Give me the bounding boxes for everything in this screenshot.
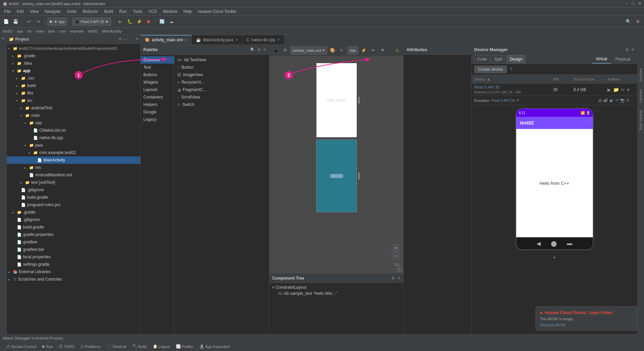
build-variants-label[interactable]: Build Variants <box>639 110 643 130</box>
palette-cat-containers[interactable]: Containers <box>141 93 174 101</box>
emu-settings-btn[interactable]: ⚙ <box>626 98 629 103</box>
tab-close-activity[interactable]: ✕ <box>185 38 187 42</box>
tree-item-com-example[interactable]: ▾ 📁 com.example.test02 <box>7 149 140 156</box>
new-file-btn[interactable]: 📄 <box>2 18 10 26</box>
dm-help-icon[interactable]: ? <box>510 67 512 72</box>
nav-home-btn[interactable]: ⬤ <box>551 240 557 247</box>
problems-btn[interactable]: ⚠ Problems <box>78 344 103 349</box>
save-btn[interactable]: 💾 <box>12 18 20 26</box>
canvas-pen-btn[interactable]: ✏ <box>369 46 377 54</box>
tree-item-cmake[interactable]: ▸ 📄 CMakeLists.txt <box>7 127 140 134</box>
emulator-close-icon[interactable]: ✕ <box>516 98 519 103</box>
palette-cat-helpers[interactable]: Helpers <box>141 101 174 108</box>
tree-item-scratches[interactable]: ▸ 🗒 Scratches and Consoles <box>7 276 140 283</box>
palette-cat-google[interactable]: Google <box>141 108 174 116</box>
emu-power-btn[interactable]: ⏻ <box>598 98 602 103</box>
menu-view[interactable]: View <box>27 8 41 15</box>
tree-item-gradlew-bat[interactable]: ▸ 📄 gradlew.bat <box>7 246 140 253</box>
tree-item-java[interactable]: ▾ 📁 java <box>7 141 140 149</box>
palette-cat-layouts[interactable]: Layouts <box>141 86 174 93</box>
nav-recents-btn[interactable]: ▬ <box>567 240 572 246</box>
canvas-magnet-btn[interactable]: ⚡ <box>360 46 368 54</box>
palette-close-icon[interactable]: ✕ <box>263 47 266 52</box>
ct-textview[interactable]: Ab Ab sample_text "Hello Wor..." <box>272 290 401 297</box>
folder-device-btn[interactable]: 📁 <box>613 87 619 92</box>
app-dropdown[interactable]: ▶ ▼ app <box>47 18 67 26</box>
redo-btn[interactable]: ↪ <box>34 18 42 26</box>
canvas-phone-btn[interactable]: 📱 <box>271 46 280 54</box>
breadcrumb-item-2[interactable]: src <box>27 29 32 33</box>
toast-link[interactable]: Set your AK/SK <box>540 323 633 327</box>
maximize-btn[interactable]: □ <box>632 1 634 6</box>
huawei-btn[interactable]: ☁ <box>167 18 176 26</box>
canvas-warn-btn[interactable]: ⚠ <box>393 46 401 54</box>
emu-screenshot-btn[interactable]: 📷 <box>620 98 625 103</box>
nav-back-btn[interactable]: ◀ <box>537 240 541 247</box>
dm-virtual-tab[interactable]: Virtual <box>592 55 611 64</box>
build-btn-bottom[interactable]: 🔨 Build <box>130 344 149 349</box>
breadcrumb-item-4[interactable]: java <box>48 29 55 33</box>
breadcrumb-item-7[interactable]: test02 <box>88 29 98 33</box>
edit-device-btn[interactable]: ✏ <box>621 87 625 92</box>
emu-vol-down-btn[interactable]: 🔉 <box>609 98 614 103</box>
menu-code[interactable]: Code <box>64 8 79 15</box>
breadcrumb-item-5[interactable]: com <box>59 29 66 33</box>
run-btn-bottom[interactable]: ▶ Run <box>40 344 56 349</box>
menu-window[interactable]: Window <box>160 8 180 15</box>
tree-item-gradlew[interactable]: ▸ 📄 gradlew <box>7 238 140 246</box>
palette-item-button[interactable]: □ Button <box>175 64 269 71</box>
structure-label[interactable]: Structure <box>639 68 643 82</box>
sync-btn[interactable]: 🔄 <box>158 18 166 26</box>
profiler-btn[interactable]: 📈 Profiler <box>173 344 196 349</box>
tree-item-cpp[interactable]: ▾ 📁 cpp <box>7 119 140 127</box>
emu-add-btn[interactable]: + <box>552 254 556 261</box>
settings-btn[interactable]: ⚙ <box>634 18 642 26</box>
menu-vcs[interactable]: VCS <box>146 8 160 15</box>
tab-close-cpp[interactable]: ✕ <box>277 38 280 42</box>
tree-item-local-properties[interactable]: ▸ 📄 local.properties <box>7 253 140 261</box>
ct-settings-icon[interactable]: ⚙ <box>391 276 395 281</box>
ct-constraint-layout[interactable]: ▾ ConstraintLayout <box>272 284 401 290</box>
tree-item-build-gradle-app[interactable]: ▸ 📄 build.gradle <box>7 194 140 201</box>
tree-item-gradle-properties[interactable]: ▸ 📄 gradle.properties <box>7 231 140 238</box>
more-device-btn[interactable]: ▾ <box>627 87 629 92</box>
palette-item-recyclerview[interactable]: ≡ RecyclerVi... <box>175 79 269 86</box>
dm-close-icon[interactable]: ✕ <box>631 47 635 52</box>
palette-cat-widgets[interactable]: Widgets <box>141 79 174 86</box>
tree-item-proguard[interactable]: ▸ 📄 proguard-rules.pro <box>7 201 140 209</box>
tree-item-unittest[interactable]: ▸ 📁 test [unitTest] <box>7 179 140 186</box>
tab-mainactivity-java[interactable]: ☕ MainActivity.java ✕ <box>192 35 242 44</box>
app-inspection-btn[interactable]: 🔬 App Inspection <box>197 344 233 349</box>
palette-search-icon[interactable]: 🔍 <box>250 47 255 52</box>
minimize-btn[interactable]: ─ <box>625 1 628 6</box>
project-gear-btn[interactable]: … <box>130 37 134 41</box>
tree-item-settings-gradle[interactable]: ▸ 📄 settings.gradle <box>7 261 140 268</box>
create-device-btn[interactable]: Create device <box>474 66 507 73</box>
tree-item-root[interactable]: ▾ 📁 test02 D:\Users\zhendongzhu\AndroidS… <box>7 45 140 52</box>
project-plus-btn[interactable]: + <box>123 37 125 41</box>
palette-cat-common[interactable]: Common <box>141 56 174 64</box>
play-device-btn[interactable]: ▶ <box>607 87 611 92</box>
palette-item-textview[interactable]: Ab Ab TextView <box>175 56 269 64</box>
menu-file[interactable]: File <box>1 8 13 15</box>
tree-item-main[interactable]: ▾ 📁 main <box>7 112 140 119</box>
menu-huawei[interactable]: Huawei Cloud Toolkit <box>195 8 239 15</box>
tree-item-cxx[interactable]: ▸ 📁 .cxx <box>7 74 140 82</box>
palette-cat-text[interactable]: Text <box>141 64 174 71</box>
undo-btn[interactable]: ↩ <box>25 18 33 26</box>
breadcrumb-item-1[interactable]: app <box>17 29 23 33</box>
tree-item-native-lib[interactable]: ▸ 📄 native-lib.cpp <box>7 134 140 141</box>
tab-close-java[interactable]: ✕ <box>235 38 238 42</box>
dm-code-tab[interactable]: Code <box>474 55 490 63</box>
canvas-file-label[interactable]: activity_main.xml ▾ <box>290 46 327 54</box>
project-collapse-btn[interactable]: ↕ <box>127 37 129 41</box>
tree-item-androidtest[interactable]: ▸ 📁 androidTest <box>7 104 140 112</box>
project-close-btn[interactable]: ✕ <box>135 37 138 41</box>
dm-settings-icon[interactable]: ⚙ <box>625 47 629 52</box>
terminal-btn[interactable]: ⬛ Terminal <box>104 344 129 349</box>
apply-changes-btn[interactable]: ⚡ <box>135 18 143 26</box>
canvas-handle-bottom[interactable] <box>358 173 360 179</box>
breadcrumb-item-0[interactable]: test02 <box>3 29 13 33</box>
menu-build[interactable]: Build <box>101 8 116 15</box>
emu-vol-up-btn[interactable]: 🔊 <box>603 98 608 103</box>
